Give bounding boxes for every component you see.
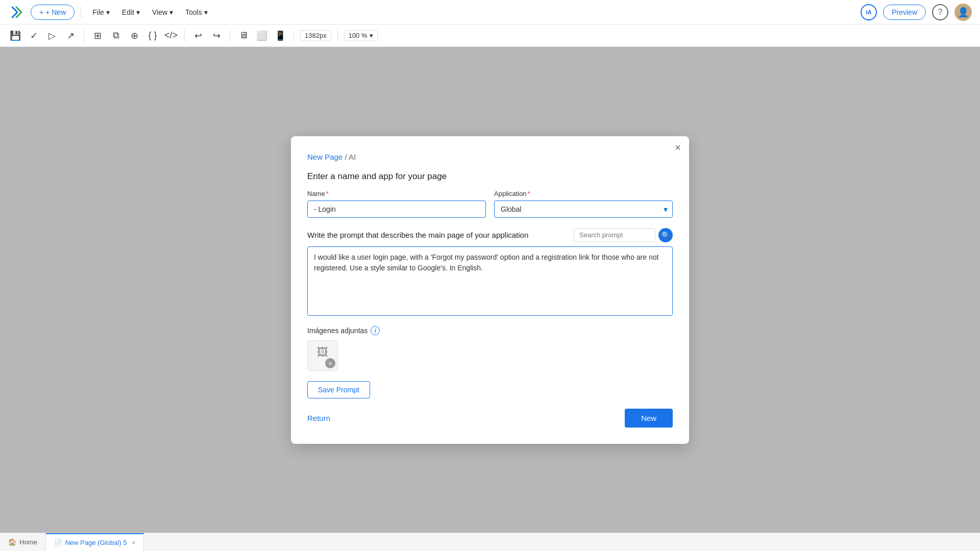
- search-prompt-input[interactable]: [574, 228, 655, 242]
- tab-new-page[interactable]: 📄 New Page (Global) 5 ×: [46, 533, 144, 551]
- new-button[interactable]: + + New: [31, 5, 75, 20]
- new-primary-label: New: [641, 414, 656, 422]
- preview-label: Preview: [892, 8, 917, 16]
- ia-badge[interactable]: IA: [861, 4, 877, 20]
- plus-icon: +: [39, 8, 43, 16]
- search-prompt-wrapper: 🔍: [574, 228, 673, 242]
- canvas-size[interactable]: 1382px: [300, 30, 331, 41]
- application-form-group: Application* Global App1 App2 ▾: [494, 190, 673, 218]
- name-label: Name*: [307, 190, 486, 197]
- prompt-header: Write the prompt that describes the main…: [307, 228, 673, 242]
- zoom-chevron: ▾: [370, 32, 373, 39]
- tools-label: Tools: [185, 8, 202, 16]
- toolbar-divider-5: [337, 30, 338, 42]
- top-bar-right: IA Preview ? 👤: [861, 4, 972, 21]
- tab-label: New Page (Global) 5: [65, 539, 127, 546]
- name-input[interactable]: [307, 201, 486, 218]
- tab-close-button[interactable]: ×: [132, 539, 135, 546]
- app-required: *: [528, 190, 530, 197]
- redo-icon[interactable]: ↪: [209, 29, 224, 43]
- search-icon: 🔍: [662, 231, 670, 239]
- section-title: Enter a name and app for your page: [307, 171, 673, 182]
- return-label: Return: [307, 414, 330, 422]
- tab-home[interactable]: 🏠 Home: [0, 533, 46, 551]
- save-prompt-button[interactable]: Save Prompt: [307, 381, 370, 398]
- divider-1: [81, 6, 81, 18]
- file-chevron: ▾: [106, 8, 110, 16]
- toolbar-divider-3: [230, 30, 230, 42]
- image-upload-box[interactable]: 🖼 +: [307, 340, 338, 371]
- toolbar-divider-4: [293, 30, 294, 42]
- help-symbol: ?: [938, 8, 943, 17]
- modal-footer: Return New: [307, 409, 673, 428]
- menu-edit[interactable]: Edit ▾: [117, 6, 145, 18]
- main-content: × New Page / AI Enter a name and app for…: [0, 47, 980, 533]
- layers-icon[interactable]: ⧉: [109, 29, 123, 43]
- logo-icon: [8, 4, 24, 20]
- toolbar-divider-1: [84, 30, 84, 42]
- ia-label: IA: [866, 9, 872, 15]
- return-link[interactable]: Return: [307, 414, 330, 422]
- application-label: Application*: [494, 190, 673, 197]
- help-icon[interactable]: ?: [932, 4, 948, 20]
- new-button-label: + New: [45, 8, 66, 16]
- name-required: *: [326, 190, 329, 197]
- images-label: Imágenes adjuntas i: [307, 326, 673, 335]
- play-icon[interactable]: ▷: [45, 29, 59, 43]
- page-icon: 📄: [54, 539, 62, 546]
- code-braces-icon[interactable]: { }: [145, 29, 160, 43]
- code-icon[interactable]: </>: [164, 29, 178, 43]
- image-placeholder-icon: 🖼: [317, 346, 328, 359]
- zoom-level[interactable]: 100 % ▾: [344, 30, 378, 41]
- save-prompt-label: Save Prompt: [318, 386, 359, 394]
- undo-icon[interactable]: ↩: [191, 29, 205, 43]
- toolbar-divider-2: [184, 30, 185, 42]
- search-button[interactable]: 🔍: [658, 228, 673, 242]
- prompt-title: Write the prompt that describes the main…: [307, 231, 528, 239]
- view-chevron: ▾: [169, 8, 173, 16]
- prompt-textarea[interactable]: I would like a user login page, with a '…: [307, 246, 673, 316]
- edit-label: Edit: [122, 8, 134, 16]
- home-label: Home: [19, 538, 37, 546]
- menu-file[interactable]: File ▾: [87, 6, 115, 18]
- save-icon[interactable]: 💾: [8, 29, 22, 43]
- home-icon: 🏠: [8, 538, 16, 546]
- breadcrumb-page: New Page: [307, 153, 342, 161]
- export-icon[interactable]: ↗: [63, 29, 78, 43]
- application-select-wrapper: Global App1 App2 ▾: [494, 201, 673, 218]
- check-icon[interactable]: ✓: [27, 29, 41, 43]
- edit-chevron: ▾: [136, 8, 140, 16]
- images-section: Imágenes adjuntas i 🖼 +: [307, 326, 673, 371]
- components-icon[interactable]: ⊞: [90, 29, 105, 43]
- name-form-group: Name*: [307, 190, 486, 218]
- menu-view[interactable]: View ▾: [147, 6, 178, 18]
- tablet-icon[interactable]: ⬜: [255, 29, 269, 43]
- view-label: View: [152, 8, 167, 16]
- mobile-icon[interactable]: 📱: [273, 29, 287, 43]
- top-toolbar: + + New File ▾ Edit ▾ View ▾ Tools ▾ IA …: [0, 0, 980, 24]
- breadcrumb-sep: / AI: [342, 153, 356, 161]
- zoom-value: 100 %: [349, 32, 368, 39]
- desktop-icon[interactable]: 🖥: [236, 29, 251, 43]
- preview-button[interactable]: Preview: [883, 5, 926, 20]
- file-label: File: [92, 8, 104, 16]
- modal-breadcrumb: New Page / AI: [307, 153, 673, 161]
- menu-bar: File ▾ Edit ▾ View ▾ Tools ▾: [87, 6, 212, 18]
- image-add-button[interactable]: +: [325, 358, 335, 368]
- avatar[interactable]: 👤: [954, 4, 972, 21]
- info-icon[interactable]: i: [371, 326, 380, 335]
- application-select[interactable]: Global App1 App2: [494, 201, 673, 218]
- close-symbol: ×: [675, 142, 681, 153]
- size-value: 1382px: [305, 32, 327, 39]
- modal-dialog: × New Page / AI Enter a name and app for…: [291, 136, 689, 444]
- bottom-tabbar: 🏠 Home 📄 New Page (Global) 5 ×: [0, 533, 980, 551]
- close-button[interactable]: ×: [675, 142, 681, 153]
- tools-chevron: ▾: [204, 8, 208, 16]
- form-row-name-app: Name* Application* Global App1 App2 ▾: [307, 190, 673, 218]
- new-primary-button[interactable]: New: [625, 409, 673, 428]
- menu-tools[interactable]: Tools ▾: [180, 6, 213, 18]
- second-toolbar: 💾 ✓ ▷ ↗ ⊞ ⧉ ⊕ { } </> ↩ ↪ 🖥 ⬜ 📱 1382px 1…: [0, 24, 980, 47]
- save-prompt-wrapper: Save Prompt: [307, 381, 673, 398]
- navigator-icon[interactable]: ⊕: [127, 29, 141, 43]
